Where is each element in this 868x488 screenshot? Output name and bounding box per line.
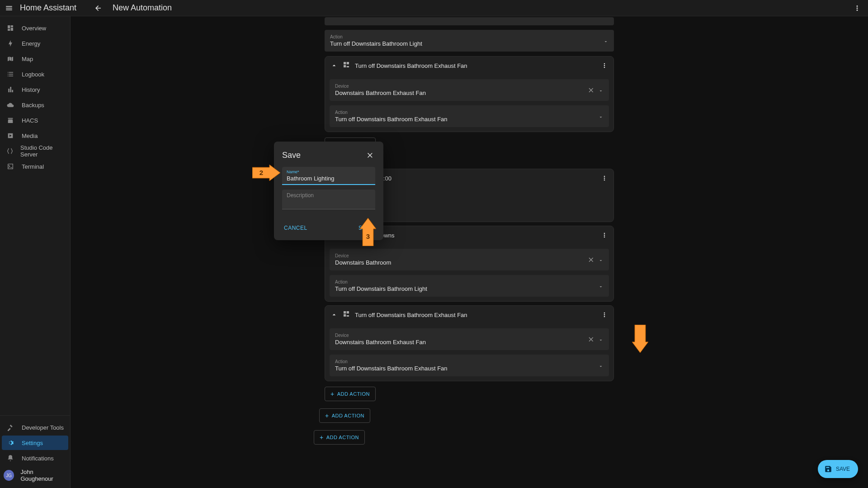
- field-label: Device: [335, 253, 587, 258]
- content-scroll[interactable]: Action Turn off Downstairs Bathroom Ligh…: [71, 16, 868, 488]
- back-button[interactable]: [91, 1, 105, 15]
- main-content: Action Turn off Downstairs Bathroom Ligh…: [71, 16, 868, 488]
- sidebar: Overview Energy Map Logbook History Back…: [0, 16, 71, 488]
- action-card: Turn off Downstairs Bathroom Exhaust Fan…: [325, 305, 614, 381]
- action-select[interactable]: Action Turn off Downstairs Bathroom Exha…: [330, 355, 609, 376]
- sidebar-item-label: Media: [22, 133, 38, 139]
- dropdown-icon: [603, 38, 609, 43]
- sidebar-item-label: HACS: [22, 117, 38, 124]
- device-select[interactable]: Device Downstairs Bathroom Exhaust Fan: [330, 328, 609, 350]
- sidebar-item-label: History: [22, 86, 40, 93]
- svg-text:2: 2: [259, 169, 263, 176]
- sidebar-item-label: Notifications: [22, 455, 54, 462]
- field-label: Device: [335, 84, 587, 89]
- collapse-button[interactable]: [329, 60, 340, 71]
- sidebar-item-label: Settings: [22, 440, 43, 446]
- add-action-button[interactable]: +ADD ACTION: [314, 430, 365, 445]
- clear-icon[interactable]: [587, 336, 594, 343]
- dropdown-icon: [598, 363, 604, 368]
- gear-icon: [5, 438, 15, 448]
- action-title: Turn off Downstairs Bathroom Exhaust Fan: [355, 312, 599, 318]
- avatar: JG: [4, 470, 14, 481]
- description-field[interactable]: Description: [282, 190, 375, 209]
- sidebar-item-devtools[interactable]: Developer Tools: [2, 420, 68, 435]
- field-value: Downstairs Bathroom Exhaust Fan: [335, 90, 587, 96]
- sidebar-item-hacs[interactable]: HACS: [2, 113, 68, 128]
- name-label: Name*: [287, 170, 371, 174]
- sidebar-item-label: Developer Tools: [22, 424, 64, 431]
- sidebar-item-logbook[interactable]: Logbook: [2, 67, 68, 81]
- sidebar-item-terminal[interactable]: Terminal: [2, 159, 68, 174]
- name-input[interactable]: [287, 175, 371, 182]
- action-menu-button[interactable]: [599, 230, 610, 241]
- field-value: Turn off Downstairs Bathroom Light: [335, 285, 598, 292]
- sidebar-user[interactable]: JG John Goughenour: [0, 466, 70, 484]
- action-menu-button[interactable]: [599, 60, 610, 71]
- save-icon: [824, 465, 832, 473]
- sidebar-item-label: Energy: [22, 40, 40, 47]
- hamburger-icon[interactable]: [4, 3, 14, 14]
- field-label: Action: [335, 280, 598, 284]
- dropdown-icon: [598, 87, 604, 93]
- collapse-button[interactable]: [329, 309, 340, 320]
- name-field[interactable]: Name*: [282, 167, 375, 185]
- description-label: Description: [287, 192, 371, 199]
- sidebar-item-label: Studio Code Server: [20, 144, 65, 158]
- save-fab[interactable]: SAVE: [818, 460, 858, 478]
- dropdown-icon: [598, 283, 604, 289]
- sidebar-item-overview[interactable]: Overview: [2, 21, 68, 35]
- list-icon: [5, 69, 15, 79]
- field-label: Device: [335, 333, 587, 338]
- dropdown-icon: [598, 114, 604, 119]
- sidebar-item-media[interactable]: Media: [2, 128, 68, 143]
- cancel-button[interactable]: CANCEL: [282, 222, 309, 234]
- field-value: Downstairs Bathroom: [335, 259, 587, 266]
- clear-icon[interactable]: [587, 256, 594, 263]
- sidebar-item-label: Backups: [22, 102, 44, 109]
- sidebar-item-settings[interactable]: Settings: [2, 436, 68, 450]
- plus-icon: +: [330, 390, 335, 398]
- sidebar-item-backups[interactable]: Backups: [2, 98, 68, 112]
- add-action-button[interactable]: +ADD ACTION: [319, 408, 370, 423]
- sidebar-item-code[interactable]: Studio Code Server: [2, 144, 68, 158]
- field-label: Action: [335, 359, 598, 364]
- annotation-arrow-3: 3: [360, 218, 376, 246]
- action-title: Delay for 3:00: [355, 175, 599, 182]
- sidebar-item-notifications[interactable]: Notifications: [2, 451, 68, 465]
- page-title: New Automation: [113, 3, 172, 13]
- flash-icon: [5, 38, 15, 48]
- device-icon: [342, 61, 352, 71]
- code-icon: [5, 146, 14, 156]
- sidebar-item-energy[interactable]: Energy: [2, 36, 68, 51]
- close-button[interactable]: [364, 150, 375, 161]
- user-name: John Goughenour: [20, 469, 66, 482]
- sidebar-item-map[interactable]: Map: [2, 52, 68, 66]
- device-select[interactable]: Device Downstairs Bathroom Exhaust Fan: [330, 79, 609, 101]
- action-title: Turn off Downstairs Bathroom Exhaust Fan: [355, 62, 599, 69]
- dialog-title: Save: [282, 151, 364, 160]
- device-select[interactable]: Device Downstairs Bathroom: [330, 249, 609, 270]
- sidebar-item-history[interactable]: History: [2, 82, 68, 97]
- dropdown-icon: [598, 336, 604, 342]
- device-icon: [342, 310, 352, 320]
- action-select[interactable]: [325, 17, 614, 25]
- sidebar-item-label: Map: [22, 56, 33, 62]
- annotation-arrow-2: 2: [252, 165, 280, 181]
- sidebar-item-label: Logbook: [22, 71, 44, 78]
- action-select[interactable]: Action Turn off Downstairs Bathroom Ligh…: [330, 275, 609, 297]
- more-vert-icon[interactable]: [850, 1, 864, 15]
- hammer-icon: [5, 422, 15, 432]
- cloud-icon: [5, 100, 15, 110]
- app-title: Home Assistant: [20, 3, 76, 13]
- action-select[interactable]: Action Turn off Downstairs Bathroom Ligh…: [325, 30, 614, 52]
- dropdown-icon: [598, 257, 604, 262]
- action-menu-button[interactable]: [599, 173, 610, 184]
- action-select[interactable]: Action Turn off Downstairs Bathroom Exha…: [330, 105, 609, 127]
- add-action-button[interactable]: +ADD ACTION: [325, 387, 376, 401]
- action-menu-button[interactable]: [599, 309, 610, 320]
- field-label: Action: [330, 34, 603, 39]
- sidebar-item-label: Terminal: [22, 163, 44, 170]
- action-title: Turn off Downs: [355, 232, 599, 239]
- store-icon: [5, 115, 15, 125]
- clear-icon[interactable]: [587, 86, 594, 94]
